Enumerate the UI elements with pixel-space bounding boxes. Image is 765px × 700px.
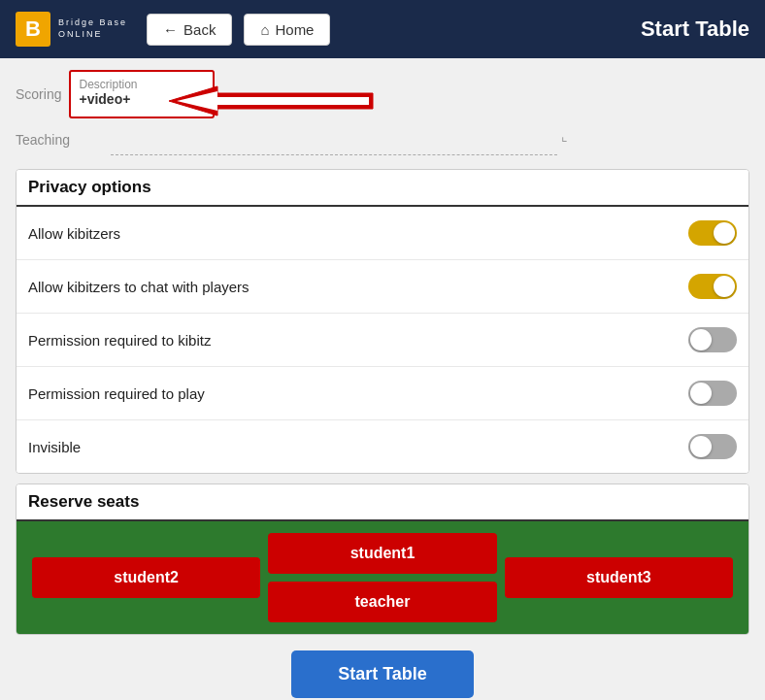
logo-b-icon: B [16, 12, 50, 47]
back-button[interactable]: ← Back [147, 14, 232, 46]
seat-right-button[interactable]: student3 [505, 557, 733, 598]
invisible-toggle[interactable] [688, 434, 737, 459]
teaching-label: Teaching [16, 128, 103, 148]
back-arrow-icon: ← [163, 21, 178, 38]
home-icon: ⌂ [260, 21, 269, 38]
invisible-toggle-thumb [690, 436, 712, 457]
page-title: Start Table [641, 17, 749, 42]
home-button[interactable]: ⌂ Home [244, 14, 330, 46]
seat-top-button[interactable]: student1 [268, 533, 496, 574]
teaching-row: Teaching ⌞ [16, 124, 749, 159]
kibitzers-chat-toggle[interactable] [688, 274, 737, 299]
privacy-row-kibitzers-chat: Allow kibitzers to chat with players [17, 260, 748, 314]
privacy-row-kibitzers: Allow kibitzers [17, 207, 748, 260]
perm-kibitz-toggle-thumb [690, 329, 712, 350]
seat-left-button[interactable]: student2 [32, 557, 260, 598]
scoring-label: Scoring [16, 86, 61, 102]
perm-play-toggle[interactable] [688, 381, 737, 406]
app-header: B Bridge Base ONLINE ← Back ⌂ Home Start… [0, 0, 765, 58]
description-box[interactable]: Description +video+ [69, 70, 215, 118]
seat-bottom-button[interactable]: teacher [268, 582, 496, 622]
privacy-header: Privacy options [17, 170, 748, 207]
reserve-section: Reserve seats student2 student1 student3… [16, 483, 749, 635]
start-table-button[interactable]: Start Table [291, 650, 474, 698]
logo-text: Bridge Base ONLINE [58, 17, 127, 40]
resize-icon: ⌞ [561, 128, 568, 144]
description-value: +video+ [79, 91, 205, 107]
kibitzers-chat-label: Allow kibitzers to chat with players [28, 279, 249, 295]
main-content: Scoring Description +video+ Teaching ⌞ [0, 58, 765, 700]
privacy-section: Privacy options Allow kibitzers Allow ki… [16, 169, 749, 474]
reserve-header: Reserve seats [17, 484, 748, 521]
privacy-row-perm-kibitz: Permission required to kibitz [17, 314, 748, 367]
perm-kibitz-label: Permission required to kibitz [28, 332, 211, 349]
privacy-row-perm-play: Permission required to play [17, 367, 748, 420]
teaching-input[interactable] [111, 128, 557, 155]
perm-kibitz-toggle[interactable] [688, 327, 737, 352]
kibitzers-toggle[interactable] [688, 220, 737, 246]
logo: B Bridge Base ONLINE [16, 12, 127, 47]
privacy-row-invisible: Invisible [17, 420, 748, 473]
invisible-label: Invisible [28, 439, 81, 455]
description-title: Description [79, 78, 205, 91]
perm-play-label: Permission required to play [28, 385, 205, 402]
kibitzers-label: Allow kibitzers [28, 225, 120, 242]
kibitzers-toggle-thumb [714, 222, 735, 244]
kibitzers-chat-toggle-thumb [714, 276, 735, 297]
perm-play-toggle-thumb [690, 383, 712, 404]
reserve-grid: student2 student1 student3 teacher [17, 521, 748, 634]
